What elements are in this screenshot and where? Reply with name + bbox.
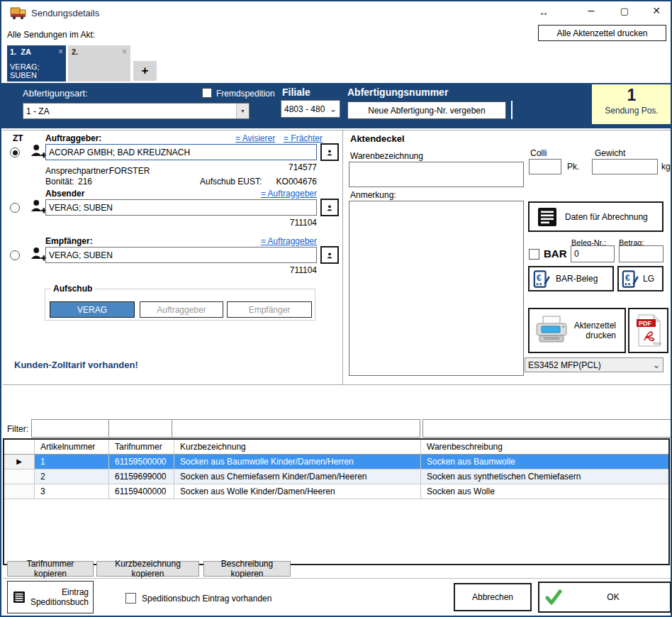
table-row[interactable]: ▶ 1 61159500000 Socken aus Baumwolle Kin…	[4, 455, 668, 469]
printer-select[interactable]: ES3452 MFP(PCL) ⌄	[525, 357, 663, 372]
empfaenger-number: 711104	[271, 265, 317, 275]
panels-divider	[342, 130, 343, 384]
empfaenger-contact-button[interactable]	[320, 246, 339, 264]
aktenzettel-drucken-button[interactable]: Aktenzettel drucken	[528, 308, 626, 353]
auftraggeber-input[interactable]	[45, 144, 317, 160]
toolbar-divider	[511, 101, 513, 119]
sendung-pos-label: Sendung Pos.	[592, 106, 671, 116]
filter-tarifnummer-input[interactable]	[108, 419, 172, 438]
filiale-select[interactable]: 4803 - 480 ⌄	[281, 100, 340, 118]
empfaenger-auftraggeber-link[interactable]: = Auftraggeber	[257, 236, 317, 246]
col-kurzbezeichnung[interactable]: Kurzbezeichnung	[174, 440, 421, 454]
auftraggeber-label: Auftraggeber:	[45, 133, 101, 143]
list-icon	[538, 208, 556, 226]
maximize-icon[interactable]: ▢	[617, 6, 632, 16]
row-selector-arrow[interactable]: ▶	[4, 455, 35, 469]
warenbezeichnung-label: Warenbezeichnung	[350, 151, 423, 161]
warenbezeichnung-textarea[interactable]	[349, 162, 524, 187]
auftraggeber-contact-button[interactable]	[320, 143, 339, 161]
auftraggeber-radio[interactable]	[10, 148, 20, 157]
table-row[interactable]: 2 61159699000 Socken aus Chemiefasern Ki…	[4, 469, 668, 484]
sendungsdetails-window: Sendungsdetails ↔ – ▢ ✕ Alle Sendungen i…	[0, 0, 672, 617]
filiale-label: Filiale	[282, 87, 310, 98]
truck-icon	[10, 6, 27, 20]
col-artikelnummer[interactable]: Artikelnummer	[35, 440, 109, 454]
pdf-icon: PDF Adobe	[636, 314, 661, 347]
empfaenger-input[interactable]	[45, 247, 317, 263]
bar-label: BAR	[544, 248, 567, 260]
svg-text:PDF: PDF	[639, 320, 652, 327]
tab-2-close-icon[interactable]: ×	[122, 48, 127, 55]
add-tab-button[interactable]: +	[133, 61, 157, 81]
gewicht-input[interactable]	[592, 159, 658, 174]
panels-top-line	[3, 130, 671, 130]
beleg-nr-input[interactable]	[571, 245, 615, 262]
absender-contact-button[interactable]	[320, 199, 339, 216]
aufschub-eust-label: Aufschub EUST:	[200, 177, 262, 187]
eintrag-speditionsbuch-button[interactable]: Eintrag Speditionsbuch	[7, 581, 94, 613]
filter-kurzbezeichnung-input[interactable]	[172, 419, 420, 438]
kg-label: kg	[661, 162, 671, 172]
aufschub-verag-button[interactable]: VERAG	[50, 301, 135, 318]
chevron-down-icon: ⌄	[327, 106, 340, 113]
pdf-button[interactable]: PDF Adobe	[628, 308, 668, 353]
panels-bottom-line	[3, 384, 671, 385]
tab-sendung-2[interactable]: × 2.	[68, 45, 130, 82]
ansprechpartner-value: FORSTER	[109, 166, 150, 176]
euro-receipt-icon: €	[533, 269, 550, 289]
bar-beleg-button[interactable]: € BAR-Beleg	[528, 266, 614, 291]
artikel-table: Artikelnummer Tarifnummer Kurzbezeichnun…	[3, 438, 670, 565]
bar-checkbox[interactable]	[529, 249, 539, 260]
zolltarif-note: Kunden-Zolltarif vorhanden!	[14, 360, 138, 370]
list-icon	[13, 588, 25, 606]
dropdown-arrow-icon[interactable]: ▼	[236, 104, 249, 118]
ansprechpartner-label: Ansprechpartner:	[45, 166, 111, 176]
copy-kurzbezeichnung-button[interactable]: Kurzbezeichnung kopieren	[96, 561, 199, 577]
col-warenbeschreibung[interactable]: Warenbeschreibung	[421, 440, 668, 454]
filter-artikelnummer-input[interactable]	[31, 419, 109, 438]
absender-input[interactable]	[45, 199, 317, 216]
abfertigungsnummer-label: Abfertigungsnummer	[347, 87, 448, 98]
aufschub-auftraggeber-button[interactable]: Auftraggeber	[140, 301, 223, 318]
check-icon	[545, 589, 562, 606]
speditionsbuch-checkbox[interactable]	[125, 593, 136, 604]
svg-text:€: €	[537, 273, 542, 283]
daten-abrechnung-button[interactable]: Daten für Abrechnung	[528, 201, 663, 232]
absender-auftraggeber-link[interactable]: = Auftraggeber	[257, 189, 317, 199]
copy-beschreibung-button[interactable]: Beschreibung kopieren	[203, 561, 291, 577]
resize-icon[interactable]: ↔	[537, 6, 551, 18]
euro-receipt-icon: €	[622, 269, 639, 289]
fremdspedition-checkbox[interactable]	[202, 88, 212, 98]
auftraggeber-number: 714577	[271, 162, 317, 172]
contact-card-icon	[326, 202, 333, 213]
empfaenger-radio[interactable]	[10, 250, 20, 260]
anmerkung-textarea[interactable]	[349, 201, 524, 376]
aufschub-empfaenger-button[interactable]: Empfänger	[227, 301, 312, 318]
tab-sendung-1[interactable]: × 1. ZA VERAG; SUBEN	[7, 45, 66, 82]
col-tarifnummer[interactable]: Tarifnummer	[109, 440, 174, 454]
cancel-button[interactable]: Abbrechen	[454, 583, 532, 611]
table-row[interactable]: 3 61159400000 Socken aus Wolle Kinder/Da…	[4, 484, 668, 499]
add-person-icon[interactable]	[30, 143, 47, 160]
copy-tarifnummer-button[interactable]: Tarifnummer kopieren	[7, 561, 94, 577]
add-person-icon[interactable]	[30, 245, 47, 262]
minimize-icon[interactable]: –	[584, 4, 598, 17]
filter-warenbeschreibung-input[interactable]	[422, 419, 671, 438]
close-icon[interactable]: ✕	[649, 5, 663, 16]
avisierer-link[interactable]: = Avisierer	[235, 133, 275, 143]
betrag-input[interactable]	[619, 245, 663, 262]
abfertigungsart-label: Abfertigungsart:	[23, 88, 88, 99]
ok-button[interactable]: OK	[538, 582, 671, 613]
lg-button[interactable]: € LG	[617, 266, 663, 291]
tab-1-line2: VERAG;	[10, 62, 63, 71]
abfertigungsart-select[interactable]: 1 - ZA ▼	[23, 103, 250, 119]
neue-abfertigung-button[interactable]: Neue Abfertigung-Nr. vergeben	[347, 101, 506, 119]
tab-1-close-icon[interactable]: ×	[58, 48, 63, 55]
colli-input[interactable]	[529, 159, 561, 174]
fraechter-link[interactable]: = Frächter	[284, 133, 323, 143]
svg-text:Adobe: Adobe	[653, 342, 661, 345]
table-header-row: Artikelnummer Tarifnummer Kurzbezeichnun…	[4, 440, 668, 455]
add-person-icon[interactable]	[30, 198, 47, 215]
alle-aktenzettel-drucken-button[interactable]: Alle Aktenzettel drucken	[538, 25, 666, 41]
absender-radio[interactable]	[10, 203, 20, 213]
